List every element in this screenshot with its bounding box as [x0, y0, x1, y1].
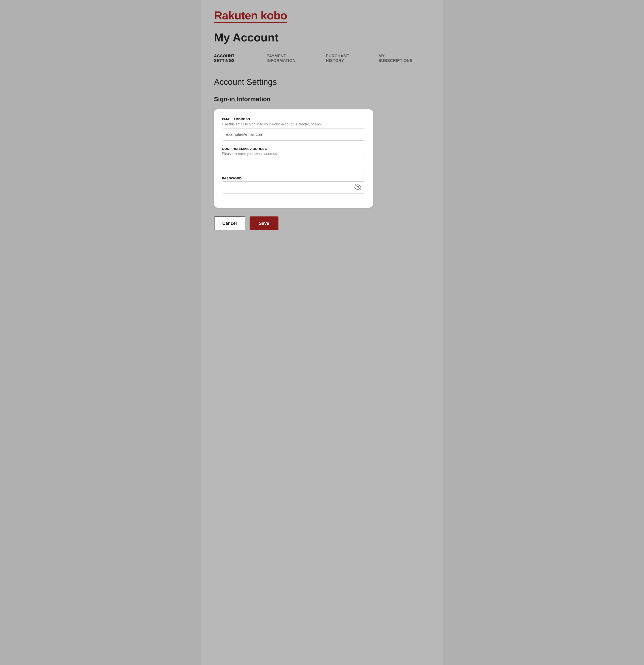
save-button[interactable]: Save	[250, 216, 279, 230]
rakuten-kobo-logo: Rakuten kobo	[214, 9, 287, 22]
email-label: EMAIL ADDRESS	[222, 117, 365, 121]
tab-payment-information[interactable]: PAYMENT INFORMATION	[267, 51, 319, 66]
tab-my-subscriptions[interactable]: MY SUBSCRIPTIONS	[379, 51, 423, 66]
signin-info-card: EMAIL ADDRESS Use this email to sign in …	[214, 109, 373, 208]
logo-container: Rakuten kobo	[214, 9, 430, 22]
email-description: Use this email to sign in to your Kobo a…	[222, 122, 365, 126]
confirm-email-label: CONFIRM EMAIL ADDRESS	[222, 147, 365, 151]
password-input-wrapper	[222, 182, 365, 193]
page-title: My Account	[214, 31, 430, 44]
email-input-wrapper	[222, 129, 365, 140]
password-label: PASSWORD	[222, 176, 365, 180]
tab-purchase-history[interactable]: PURCHASE HISTORY	[326, 51, 372, 66]
tab-account-settings[interactable]: ACCOUNT SETTINGS	[214, 51, 260, 66]
confirm-email-input-wrapper	[222, 158, 365, 170]
action-buttons-row: Cancel Save	[214, 216, 430, 230]
confirm-email-description: Please re-enter your email address.	[222, 152, 365, 156]
toggle-password-visibility-icon[interactable]	[354, 184, 361, 192]
password-input[interactable]	[222, 182, 365, 193]
signin-section-title: Sign-in Information	[214, 96, 430, 103]
email-field-group: EMAIL ADDRESS Use this email to sign in …	[222, 117, 365, 140]
confirm-email-input[interactable]	[222, 158, 365, 170]
tabs-nav: ACCOUNT SETTINGS PAYMENT INFORMATION PUR…	[214, 51, 430, 66]
page-container: Rakuten kobo My Account ACCOUNT SETTINGS…	[201, 0, 443, 665]
svg-line-1	[355, 184, 361, 190]
section-title: Account Settings	[214, 77, 430, 87]
cancel-button[interactable]: Cancel	[214, 216, 245, 230]
email-input[interactable]	[222, 129, 365, 140]
password-field-group: PASSWORD	[222, 176, 365, 193]
confirm-email-field-group: CONFIRM EMAIL ADDRESS Please re-enter yo…	[222, 147, 365, 170]
